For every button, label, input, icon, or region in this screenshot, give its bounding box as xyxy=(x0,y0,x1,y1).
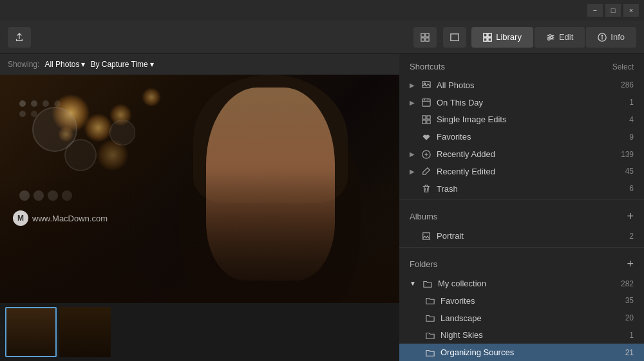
sidebar-item-my-collection[interactable]: ▼ My collection 282 xyxy=(399,275,644,292)
filmstrip-thumb-1 xyxy=(6,308,55,356)
portrait-album-count: 2 xyxy=(629,232,634,241)
on-this-day-count: 1 xyxy=(629,98,634,107)
portrait-album-icon xyxy=(421,231,431,241)
night-skies-icon xyxy=(425,330,435,340)
single-view-button[interactable] xyxy=(443,27,466,48)
dot xyxy=(19,111,26,117)
sidebar-item-organizing-sources[interactable]: Organizing Sources 21 xyxy=(399,344,644,361)
share-button[interactable] xyxy=(8,27,31,48)
sidebar-item-night-skies[interactable]: Night Skies 1 xyxy=(399,326,644,344)
sidebar-item-on-this-day[interactable]: ▶ On This Day 1 xyxy=(399,94,644,111)
sidebar: Shortcuts Select ▶ All Photos 286 ▶ xyxy=(399,54,644,361)
organizing-sources-icon xyxy=(425,347,435,358)
chevron-icon: ▶ xyxy=(410,99,415,106)
landscape-icon xyxy=(425,313,435,323)
trash-label: Trash xyxy=(437,184,624,194)
svg-rect-4 xyxy=(451,33,459,41)
all-photos-icon xyxy=(421,80,431,90)
favorites-count: 9 xyxy=(629,133,634,142)
sidebar-item-landscape[interactable]: Landscape 20 xyxy=(399,310,644,327)
bokeh-gray-2 xyxy=(64,139,97,171)
recently-added-count: 139 xyxy=(621,150,634,159)
svg-rect-6 xyxy=(488,33,491,36)
svg-rect-8 xyxy=(488,37,491,41)
chevron-icon: ▶ xyxy=(410,168,415,175)
close-button[interactable]: × xyxy=(623,4,639,17)
recently-edited-icon xyxy=(421,166,431,176)
showing-value: All Photos xyxy=(44,60,79,69)
sidebar-item-favorites-folder[interactable]: Favorites 35 xyxy=(399,292,644,310)
svg-rect-26 xyxy=(422,120,426,124)
recently-edited-count: 45 xyxy=(625,167,634,176)
single-image-edits-count: 4 xyxy=(629,115,634,124)
all-photos-label: All Photos xyxy=(437,80,616,90)
dot xyxy=(19,100,26,107)
svg-rect-7 xyxy=(484,37,487,41)
sidebar-item-favorites[interactable]: ▶ Favorites 9 xyxy=(399,128,644,145)
favorites-label: Favorites xyxy=(437,132,624,142)
sidebar-item-all-photos[interactable]: ▶ All Photos 286 xyxy=(399,77,644,94)
my-collection-label: My collection xyxy=(438,279,616,288)
my-collection-icon xyxy=(422,279,433,289)
night-skies-count: 1 xyxy=(629,331,634,340)
tab-library[interactable]: Library xyxy=(471,27,533,48)
albums-section-header: Albums + xyxy=(399,203,644,227)
dots-pattern xyxy=(19,100,62,117)
tab-info[interactable]: Info xyxy=(586,27,636,48)
maximize-button[interactable]: □ xyxy=(605,4,621,17)
filmstrip xyxy=(0,303,399,361)
chevron-expanded-icon: ▼ xyxy=(410,280,416,287)
bokeh-6 xyxy=(142,88,161,107)
svg-rect-2 xyxy=(421,37,424,41)
main-content: Showing: All Photos ▾ By Capture Time ▾ xyxy=(0,54,644,361)
svg-rect-1 xyxy=(426,33,429,36)
showing-dropdown[interactable]: All Photos ▾ xyxy=(44,60,85,69)
svg-point-13 xyxy=(551,36,553,39)
divider-2 xyxy=(399,247,644,248)
sidebar-item-single-image-edits[interactable]: ▶ Single Image Edits 4 xyxy=(399,111,644,129)
recently-added-label: Recently Added xyxy=(437,149,616,159)
sort-dropdown[interactable]: By Capture Time ▾ xyxy=(90,60,153,69)
trash-count: 6 xyxy=(629,184,634,193)
on-this-day-label: On This Day xyxy=(437,98,624,107)
night-skies-label: Night Skies xyxy=(440,330,624,340)
add-folder-button[interactable]: + xyxy=(627,258,634,270)
albums-label: Albums xyxy=(410,212,437,221)
recently-added-icon xyxy=(421,149,431,160)
watermark-letter: M xyxy=(17,214,24,223)
single-image-edits-icon xyxy=(421,115,431,125)
sidebar-item-portrait[interactable]: ▶ Portrait 2 xyxy=(399,227,644,245)
filmstrip-item-2[interactable] xyxy=(59,307,111,357)
photo-image: M www.MacDown.com xyxy=(0,75,399,303)
bokeh-2 xyxy=(84,113,113,142)
tab-edit[interactable]: Edit xyxy=(535,27,585,48)
recently-edited-label: Recently Edited xyxy=(437,167,620,176)
filmstrip-item-1[interactable] xyxy=(5,307,57,357)
favorites-icon xyxy=(421,132,431,142)
sidebar-item-recently-added[interactable]: ▶ Recently Added 139 xyxy=(399,145,644,163)
watermark: M www.MacDown.com xyxy=(13,210,108,226)
sort-value: By Capture Time xyxy=(90,60,147,69)
title-bar: − □ × xyxy=(0,0,644,21)
dot xyxy=(31,100,37,107)
shortcuts-section-header: Shortcuts Select xyxy=(399,54,644,77)
shortcuts-select[interactable]: Select xyxy=(612,62,634,71)
single-image-edits-label: Single Image Edits xyxy=(437,115,624,124)
svg-rect-24 xyxy=(422,116,426,119)
svg-point-14 xyxy=(548,37,551,40)
sidebar-item-recently-edited[interactable]: ▶ Recently Edited 45 xyxy=(399,163,644,180)
minimize-button[interactable]: − xyxy=(587,4,603,17)
showing-chevron: ▾ xyxy=(81,60,85,69)
photo-area: Showing: All Photos ▾ By Capture Time ▾ xyxy=(0,54,399,361)
divider-1 xyxy=(399,199,644,200)
landscape-label: Landscape xyxy=(440,313,620,323)
photo-bar: Showing: All Photos ▾ By Capture Time ▾ xyxy=(0,54,399,75)
svg-rect-20 xyxy=(422,99,430,106)
sidebar-item-trash[interactable]: ▶ Trash 6 xyxy=(399,180,644,198)
landscape-count: 20 xyxy=(625,313,634,322)
add-album-button[interactable]: + xyxy=(627,210,634,222)
sort-chevron: ▾ xyxy=(150,60,154,69)
grid-view-button[interactable] xyxy=(413,27,437,48)
tab-edit-label: Edit xyxy=(559,32,573,42)
dot xyxy=(54,100,61,107)
